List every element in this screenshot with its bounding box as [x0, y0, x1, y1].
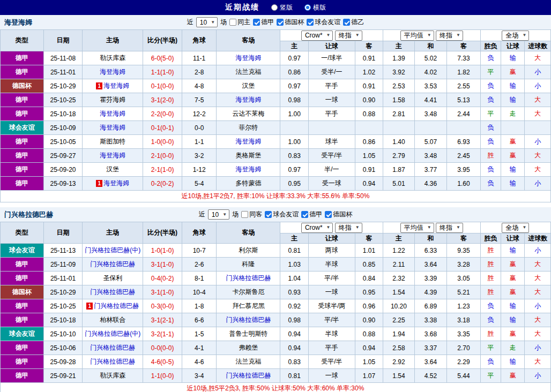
- home-team: 霍芬海姆: [83, 93, 143, 107]
- euro-average-select[interactable]: 平均值▼: [400, 223, 434, 233]
- corners: 10-4: [182, 285, 217, 299]
- topbar: 近期战绩 竖版 横版: [0, 0, 551, 15]
- away-team-name: 弗赖堡: [239, 344, 258, 351]
- avg-draw-odds: 3.38: [414, 313, 447, 327]
- corners: 1-5: [182, 327, 217, 341]
- layout-horizontal-radio[interactable]: 横版: [304, 3, 326, 12]
- home-team: 汉堡: [83, 163, 143, 177]
- chevron-down-icon: ▼: [522, 33, 526, 37]
- asia-line: 平/半: [308, 272, 355, 285]
- scope-select[interactable]: 全场▼: [502, 31, 529, 41]
- asia-home-odds: 1.04: [280, 272, 308, 285]
- scope-select[interactable]: 全场▼: [502, 223, 529, 233]
- league-badge: 球会友谊: [1, 244, 44, 258]
- leg-one-badge: 1: [86, 303, 93, 310]
- odds-provider-select[interactable]: Crow*▼: [301, 31, 333, 41]
- result-goals: [525, 121, 551, 135]
- filter-checkbox-德甲[interactable]: 德甲: [253, 18, 274, 27]
- avg-draw-odds: [414, 121, 447, 135]
- result-handicap: 输: [501, 93, 525, 107]
- section-gap: [0, 202, 551, 207]
- euro-average-select[interactable]: 平均值▼: [400, 31, 434, 41]
- filter-checkbox-同主[interactable]: 同主: [229, 18, 250, 27]
- avg-home-odds: 1.22: [383, 244, 415, 258]
- result-handicap: 赢: [501, 369, 525, 383]
- avg-home-odds: 2.81: [383, 107, 415, 121]
- avg-home-odds: 1.40: [383, 135, 415, 149]
- match-row: 球会友谊25-10-10门兴格拉德巴赫(中)3-2(1-1)1-5普鲁士明斯特0…: [1, 327, 551, 341]
- away-team: 海登海姆: [217, 51, 280, 65]
- avg-draw-odds: 3.48: [414, 107, 447, 121]
- home-team: 海登海姆: [83, 107, 143, 121]
- asia-line: 平手: [308, 107, 355, 121]
- match-date: 25-10-18: [43, 107, 83, 121]
- asia-final-odds-select[interactable]: 终指▼: [335, 31, 362, 41]
- home-team-name: 圣保利: [103, 274, 122, 282]
- filter-checkbox-同客[interactable]: 同客: [241, 210, 262, 219]
- avg-home-odds: [383, 121, 415, 135]
- filter-label: 球会友谊: [273, 210, 299, 219]
- result-goals: 大: [525, 285, 551, 299]
- result-goals: 大: [525, 313, 551, 327]
- results-body: 德甲25-11-08勒沃库森6-0(5-0)11-1海登海姆0.97一/球半0.…: [1, 51, 551, 191]
- asia-line: 一球: [308, 285, 355, 299]
- away-team: 利尔斯: [217, 244, 280, 258]
- chevron-down-icon: ▼: [427, 225, 431, 230]
- corners: 3-2: [182, 149, 217, 163]
- asia-home-odds: 1.00: [280, 107, 308, 121]
- match-date: 25-09-13: [43, 177, 83, 191]
- asia-home-odds: 0.98: [280, 93, 308, 107]
- corners: 7-5: [182, 93, 217, 107]
- home-team: 勒沃库森: [83, 51, 143, 65]
- filter-checkbox-球会友谊[interactable]: 球会友谊: [307, 18, 340, 27]
- avg-away-odds: 2.45: [447, 149, 481, 163]
- asia-line: 受一球: [308, 177, 355, 191]
- home-team: 海登海姆: [83, 65, 143, 79]
- asia-home-odds: 0.94: [280, 327, 308, 341]
- avg-home-odds: 2.32: [383, 272, 415, 285]
- leg-one-badge: 1: [96, 82, 102, 89]
- result-goals: 大: [525, 327, 551, 341]
- result-outcome: 负: [480, 135, 501, 149]
- avg-home-odds: 1.54: [383, 369, 415, 383]
- asia-odds-group: Crow*▼ 终指▼: [280, 222, 383, 233]
- asia-home-odds: 0.98: [280, 313, 308, 327]
- avg-draw-odds: 4.41: [414, 93, 447, 107]
- avg-home-odds: 3.92: [383, 65, 415, 79]
- match-row: 德甲25-09-28门兴格拉德巴赫4-6(0-5)4-6法兰克福0.83受平/半…: [1, 355, 551, 369]
- odds-provider-select[interactable]: Crow*▼: [301, 223, 333, 233]
- layout-vertical-radio[interactable]: 竖版: [271, 3, 293, 12]
- match-count-select[interactable]: 10▼: [196, 17, 218, 27]
- asia-line: 平手: [308, 341, 355, 355]
- asia-line: 受平/半: [308, 149, 355, 163]
- league-badge: 德甲: [1, 355, 44, 369]
- avg-away-odds: 3.18: [447, 313, 481, 327]
- away-team: 法兰克福: [217, 355, 280, 369]
- result-goals: 小: [525, 341, 551, 355]
- asia-home-odds: 0.95: [280, 177, 308, 191]
- asia-away-odds: 1.05: [355, 149, 383, 163]
- checkbox-icon: [325, 211, 332, 218]
- result-handicap: 输: [501, 313, 525, 327]
- filter-checkbox-德甲[interactable]: 德甲: [301, 210, 322, 219]
- col-avg-away: 客: [447, 41, 481, 51]
- euro-final-odds-select[interactable]: 终指▼: [436, 223, 463, 233]
- asia-home-odds: 0.94: [280, 341, 308, 355]
- asia-away-odds: 0.96: [355, 299, 383, 313]
- asia-final-odds-select[interactable]: 终指▼: [335, 223, 362, 233]
- filter-checkbox-德国杯[interactable]: 德国杯: [277, 18, 304, 27]
- filter-checkbox-球会友谊[interactable]: 球会友谊: [265, 210, 299, 219]
- corners: 12-2: [182, 107, 217, 121]
- filter-checkbox-德乙[interactable]: 德乙: [343, 18, 364, 27]
- avg-away-odds: 2.44: [447, 107, 481, 121]
- avg-away-odds: [447, 121, 481, 135]
- match-count-select[interactable]: 10▼: [208, 209, 229, 220]
- home-team: 门兴格拉德巴赫(中): [83, 244, 143, 258]
- asia-line: 两球: [308, 244, 355, 258]
- match-date: 25-10-29: [43, 285, 83, 299]
- home-team-name: 海登海姆: [103, 179, 129, 187]
- euro-final-odds-select[interactable]: 终指▼: [436, 31, 463, 41]
- result-handicap: 赢: [501, 258, 525, 272]
- filter-checkbox-德国杯[interactable]: 德国杯: [325, 210, 352, 219]
- chevron-down-icon: ▼: [326, 225, 331, 230]
